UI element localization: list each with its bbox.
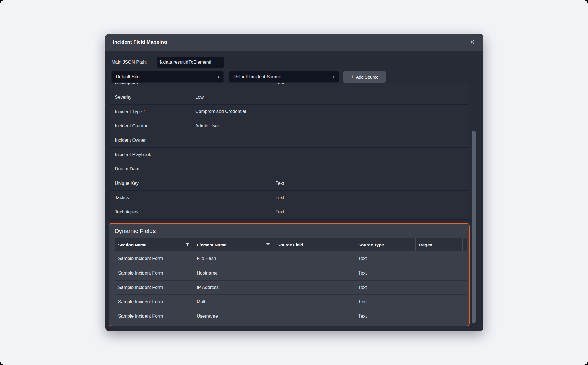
site-dropdown[interactable]: Default Site ▾ [111,71,224,83]
section-name-cell: Sample Incident Form [115,299,193,304]
field-name: Incident Type* [110,109,195,114]
field-row[interactable]: Incident CreatorAdmin User [110,119,469,133]
incident-source-dropdown-value: Default Incident Source [233,74,281,79]
element-name-cell: Hostname [193,271,274,276]
dynamic-fields-header-row: Section NameElement NameSource FieldSour… [115,238,467,251]
dynamic-header-source-field[interactable]: Source Field [274,238,355,251]
field-value: Admin User [195,123,276,129]
dynamic-header-element-name[interactable]: Element Name [193,238,274,251]
field-row[interactable]: Incident Owner [110,133,469,147]
field-value: Low [195,95,276,100]
app-canvas: Incident Field Mapping ✕ Main JSON Path:… [0,0,588,365]
source-type-cell: Text [355,314,416,319]
field-row-inner: Unique KeyText [110,176,469,190]
column-label: Element Name [197,242,226,247]
dynamic-fields-section: Dynamic Fields Section NameElement NameS… [109,223,470,326]
field-row-inner: Incident Playbook [110,148,469,162]
field-row[interactable]: Unique KeyText [110,176,469,190]
dynamic-header-regex[interactable]: Regex [416,238,463,251]
field-name: Tactics [110,195,195,200]
field-name-text: Incident Playbook [115,152,151,157]
field-row[interactable]: Incident Type*Compromised Credential [110,104,469,119]
json-path-label: Main JSON Path: [111,57,147,68]
field-row[interactable]: Incident Playbook [110,147,469,162]
section-name-cell: Sample Incident Form [115,271,193,276]
dynamic-header-filler [463,238,469,251]
field-value: Compromised Credential [195,109,276,114]
field-source-type: Text [276,195,469,200]
section-name-cell: Sample Incident Form [115,314,193,319]
source-type-cell: Text [355,256,416,261]
field-name-text: Description [115,83,138,85]
chevron-down-icon: ▾ [218,75,219,79]
json-path-input[interactable] [157,57,224,68]
plus-icon: + [351,74,354,79]
incident-source-dropdown[interactable]: Default Incident Source ▾ [229,71,339,83]
field-row[interactable]: DescriptionText [110,83,469,90]
required-asterisk: * [144,109,145,114]
dynamic-fields-table: Section NameElement NameSource FieldSour… [115,238,467,323]
dynamic-field-row[interactable]: Sample Incident FormFile HashText [115,251,467,266]
field-name: Incident Playbook [110,152,195,157]
field-name: Description [110,83,195,85]
source-type-cell: Text [355,285,416,290]
field-row-inner: Incident Owner [110,133,469,147]
dynamic-header-section-name[interactable]: Section Name [115,238,193,251]
incident-field-mapping-modal: Incident Field Mapping ✕ Main JSON Path:… [105,34,483,331]
column-label: Source Field [277,242,303,247]
field-name: Techniques [110,209,195,215]
field-row-inner: TacticsText [110,191,469,205]
dynamic-header-source-type[interactable]: Source Type [355,238,416,251]
field-name: Incident Owner [110,138,195,143]
field-name: Incident Creator [110,123,195,129]
modal-title: Incident Field Mapping [113,39,167,45]
column-label: Section Name [118,242,146,247]
field-name-text: Unique Key [115,181,139,186]
field-name-text: Incident Type [115,109,142,114]
source-type-cell: Text [355,271,416,276]
element-name-cell: File Hash [193,256,274,261]
dynamic-field-row[interactable]: Sample Incident FormUsernameText [115,309,467,323]
field-row[interactable]: TechniquesText [110,205,469,219]
modal-header: Incident Field Mapping ✕ [105,34,483,51]
field-row[interactable]: Due In Date [110,162,469,176]
field-source-type: Text [276,209,469,215]
field-name-text: Severity [115,95,131,100]
chevron-down-icon: ▾ [333,75,334,79]
add-source-button[interactable]: + Add Source [343,71,386,83]
element-name-cell: Username [193,314,274,319]
field-source-type: Text [276,181,469,186]
filter-icon[interactable] [266,243,270,247]
vertical-scrollbar-thumb[interactable] [472,131,476,323]
field-row-inner: TechniquesText [110,205,469,219]
filter-icon[interactable] [185,243,189,247]
section-name-cell: Sample Incident Form [115,285,193,290]
source-type-cell: Text [355,299,416,304]
dynamic-fields-body: Sample Incident FormFile HashTextSample … [115,251,467,323]
field-name-text: Techniques [115,209,138,214]
dynamic-field-row[interactable]: Sample Incident FormIP AddressText [115,280,467,294]
field-name: Severity [110,95,195,100]
field-row-inner: Incident Type*Compromised Credential [110,105,469,119]
dynamic-field-row[interactable]: Sample Incident FormMultiText [115,294,467,309]
field-name-text: Due In Date [115,166,139,171]
element-name-cell: IP Address [193,285,274,290]
field-source-type: Text [276,83,469,85]
element-name-cell: Multi [193,299,274,304]
dynamic-fields-title: Dynamic Fields [115,228,465,234]
field-row[interactable]: SeverityLow [110,90,469,104]
dynamic-field-row[interactable]: Sample Incident FormHostnameText [115,266,467,280]
field-row-inner: Incident CreatorAdmin User [110,119,469,133]
close-icon[interactable]: ✕ [467,34,477,51]
field-name: Due In Date [110,166,195,172]
field-row-inner: Due In Date [110,162,469,176]
field-name-text: Incident Owner [115,138,146,143]
field-name-text: Incident Creator [115,123,148,128]
add-source-label: Add Source [356,75,378,79]
field-row[interactable]: TacticsText [110,190,469,205]
field-row-inner: SeverityLow [110,90,469,104]
section-name-cell: Sample Incident Form [115,256,193,261]
site-dropdown-value: Default Site [116,74,140,79]
field-name: Unique Key [110,181,195,186]
column-label: Regex [419,242,432,247]
